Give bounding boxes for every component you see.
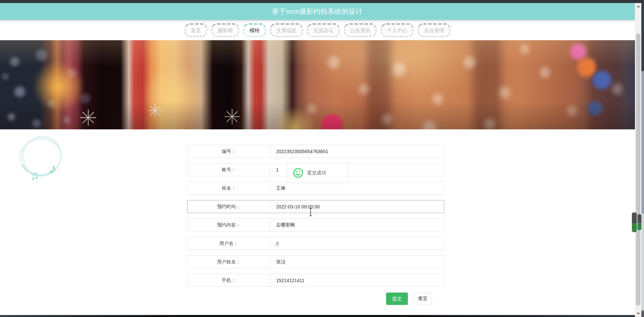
- footer-edge: [0, 315, 635, 317]
- glow-decoration: [273, 107, 317, 129]
- bokeh-blue-dot: [586, 101, 604, 117]
- number-field[interactable]: [270, 145, 444, 157]
- bokeh-magenta-dot: [569, 42, 588, 61]
- vertical-scrollbar[interactable]: [635, 3, 641, 317]
- form-row-phone: 手机：: [187, 274, 444, 287]
- banner-shadow-band: [473, 40, 501, 129]
- form-row-name: 姓名：: [187, 182, 444, 195]
- tab-personal-center[interactable]: 个人中心: [381, 23, 413, 37]
- tab-home[interactable]: 首页: [185, 23, 207, 37]
- scroll-down-arrow-icon[interactable]: [637, 313, 640, 315]
- form-row-appointment-content: 预约内容：: [187, 218, 444, 232]
- extension-widget[interactable]: [632, 212, 642, 232]
- name-field[interactable]: [270, 182, 444, 194]
- submit-button[interactable]: 提交: [386, 293, 408, 305]
- bokeh-pink-dot: [320, 113, 344, 129]
- scrollbar-thumb[interactable]: [636, 34, 640, 306]
- form-row-appointment-time: 预约时间：: [187, 200, 444, 213]
- sparkle-icon: [224, 109, 240, 125]
- scroll-up-arrow-icon[interactable]: [637, 5, 640, 7]
- bokeh-dots-right: [0, 40, 3, 44]
- glow-decoration: [144, 60, 205, 129]
- widget-pill: [638, 214, 641, 230]
- form-row-number: 编号：: [187, 145, 444, 158]
- banner-image: [0, 40, 635, 129]
- page-title: 基于ssm摄影约拍系统的设计: [272, 7, 363, 16]
- field-label: 预约时间：: [187, 200, 270, 213]
- form-actions: 提交 重置: [187, 293, 444, 305]
- field-label: 手机：: [187, 274, 270, 287]
- app-window: 基于ssm摄影约拍系统的设计 首页 摄影师 模特 文章信息 交流论坛 公告资讯 …: [0, 0, 644, 317]
- tab-article-info[interactable]: 文章信息: [270, 23, 303, 37]
- username-field[interactable]: [270, 237, 444, 250]
- glow-decoration: [302, 40, 490, 101]
- field-label: 编号：: [187, 145, 270, 157]
- bokeh-dots-left: [0, 40, 3, 43]
- main-nav: 首页 摄影师 模特 文章信息 交流论坛 公告资讯 个人中心 后台管理: [0, 20, 635, 40]
- glow-decoration: [34, 59, 84, 114]
- music-notes-icon: ♫: [29, 168, 40, 181]
- browser-top-bar: [0, 0, 644, 3]
- success-toast: 提交成功: [287, 163, 347, 183]
- smiley-success-icon: [293, 168, 304, 178]
- text-cursor-icon: [308, 208, 313, 216]
- appointment-time-field[interactable]: [270, 200, 444, 213]
- phone-field[interactable]: [270, 274, 444, 287]
- bokeh-blue-dot: [591, 70, 613, 90]
- sparkle-icon: [80, 109, 97, 126]
- sparkle-icon: [148, 104, 162, 117]
- field-label: 用户名：: [187, 237, 270, 250]
- tab-forum[interactable]: 交流论坛: [307, 23, 339, 37]
- form-row-user-fullname: 用户姓名：: [187, 255, 444, 268]
- field-label: 账号：: [187, 164, 270, 176]
- tab-admin[interactable]: 后台管理: [418, 23, 450, 37]
- user-fullname-field[interactable]: [270, 256, 444, 268]
- widget-pill: [632, 212, 637, 232]
- music-circle-decoration: ♪ ♫: [16, 133, 66, 181]
- field-label: 用户姓名：: [187, 256, 270, 268]
- tab-announcements[interactable]: 公告资讯: [344, 23, 376, 37]
- field-label: 预约内容：: [187, 219, 270, 231]
- reset-button[interactable]: 重置: [414, 293, 432, 305]
- toast-message: 提交成功: [307, 170, 326, 176]
- green-stripes: [638, 223, 641, 230]
- bokeh-orange-dot: [576, 55, 597, 79]
- banner-shadow-band: [367, 40, 391, 129]
- green-stripes: [632, 224, 637, 232]
- window-edge-strip: [641, 3, 644, 317]
- appointment-content-field[interactable]: [270, 219, 444, 231]
- tab-model[interactable]: 模特: [244, 23, 266, 37]
- field-label: 姓名：: [187, 182, 270, 194]
- form-row-username: 用户名：: [187, 237, 444, 250]
- site-header: 基于ssm摄影约拍系统的设计: [0, 3, 635, 20]
- banner-shadow-band: [589, 40, 621, 129]
- tab-photographer[interactable]: 摄影师: [212, 23, 239, 37]
